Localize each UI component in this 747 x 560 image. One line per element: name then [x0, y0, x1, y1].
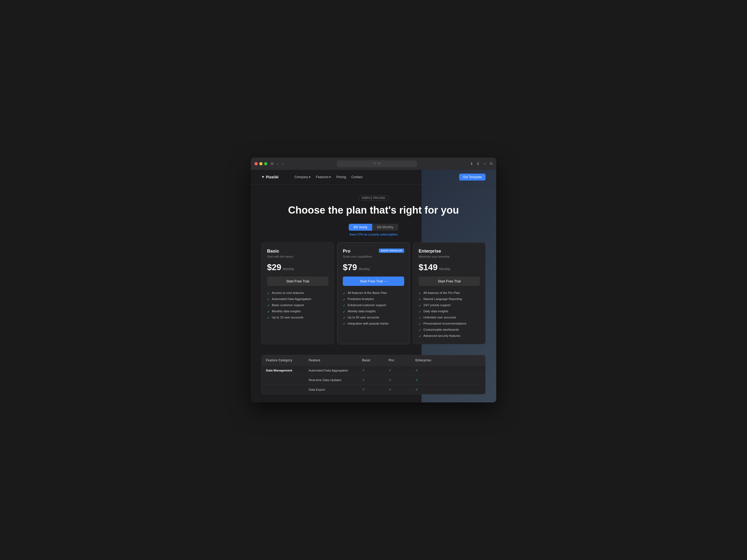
sidebar-toggle-button[interactable]: ⊞ — [270, 162, 274, 166]
section-badge: SIMPLE PRICING — [358, 195, 389, 201]
check-icon: ✓ — [415, 368, 418, 372]
row-enterprise: ✓ — [415, 368, 442, 372]
plan-description: Start with the basics — [267, 255, 328, 258]
check-icon: ✓ — [343, 310, 345, 314]
row-pro: ✓ — [389, 378, 415, 382]
check-icon: ✓ — [389, 388, 392, 392]
plan-description: Maximize your potential — [419, 255, 480, 258]
row-feature: Automated Data Aggregation — [309, 369, 362, 372]
row-basic: ✕ — [362, 368, 389, 372]
list-item: ✓ Up to 50 user accounts — [343, 316, 404, 320]
pro-trial-button[interactable]: Start Free Trial → — [343, 276, 404, 286]
browser-actions: ⬇ ⬆ ＋ ⧉ — [470, 161, 492, 166]
basic-trial-button[interactable]: Start Free Trial — [267, 276, 328, 286]
billing-note: Save 17% on a yearly subscription — [261, 233, 486, 236]
check-icon: ✓ — [267, 304, 270, 308]
check-icon: ✓ — [419, 310, 421, 314]
minimize-button[interactable] — [259, 162, 262, 165]
plan-header: Pro MOST POPULAR — [343, 248, 404, 254]
share-icon[interactable]: ⬆ — [476, 162, 480, 166]
traffic-lights — [255, 162, 267, 165]
plan-name: Basic — [267, 248, 279, 254]
pricing-cards: Basic Start with the basics $29 Monthly … — [261, 242, 486, 344]
forward-button[interactable]: › — [281, 162, 284, 166]
row-feature: Data Export — [309, 388, 362, 391]
check-icon: ✓ — [419, 335, 421, 338]
nav-links: Company ▾ Features ▾ Pricing Contact — [294, 175, 363, 179]
list-item: ✓ Enhanced customer support — [343, 303, 404, 308]
price-row: $79 Monthly — [343, 262, 404, 272]
check-icon: ✓ — [343, 322, 345, 326]
check-icon: ✓ — [389, 378, 392, 382]
list-item: ✓ Weekly data insights — [343, 310, 404, 314]
chevron-down-icon: ▾ — [329, 175, 331, 179]
list-item: ✓ Daily data insights — [419, 310, 480, 314]
check-icon: ✓ — [267, 310, 270, 314]
pro-feature-list: ✓ All features of the Basic Plan ✓ Predi… — [343, 291, 404, 326]
check-icon: ✓ — [419, 298, 421, 301]
price-row: $29 Monthly — [267, 262, 328, 272]
check-icon: ✓ — [343, 316, 345, 320]
row-enterprise: ✓ — [415, 388, 442, 392]
check-icon: ✓ — [419, 322, 421, 326]
enterprise-plan-card: Enterprise Maximize your potential $149 … — [413, 242, 486, 344]
browser-window: ⊞ ‹ › 🛡 ↻ ⬇ ⬆ ＋ ⧉ ✦ PixelAI Company ▾ — [251, 158, 496, 403]
navbar: ✦ PixelAI Company ▾ Features ▾ Pricing C… — [251, 170, 496, 185]
check-icon: ✓ — [267, 298, 270, 301]
browser-chrome: ⊞ ‹ › 🛡 ↻ ⬇ ⬆ ＋ ⧉ — [251, 158, 496, 170]
nav-features[interactable]: Features ▾ — [316, 175, 331, 179]
header-basic: Basic — [362, 358, 389, 362]
plan-name: Pro — [343, 248, 350, 254]
price-row: $149 Monthly — [419, 262, 480, 272]
back-button[interactable]: ‹ — [277, 162, 279, 166]
download-icon[interactable]: ⬇ — [470, 162, 473, 166]
check-icon: ✓ — [389, 368, 392, 372]
check-icon: ✓ — [419, 328, 421, 332]
address-bar[interactable]: 🛡 ↻ — [337, 160, 417, 167]
row-feature: Real-time Data Updates — [309, 378, 362, 381]
close-button[interactable] — [255, 162, 258, 165]
nav-pricing[interactable]: Pricing — [336, 175, 346, 179]
plan-name: Enterprise — [419, 248, 441, 254]
list-item: ✓ Customizable dashboards — [419, 328, 480, 332]
refresh-icon: ↻ — [378, 162, 381, 165]
new-tab-icon[interactable]: ＋ — [483, 161, 487, 166]
chevron-down-icon: ▾ — [309, 175, 311, 179]
enterprise-trial-button[interactable]: Start Free Trial — [419, 276, 480, 286]
logo: ✦ PixelAI — [261, 175, 279, 179]
bill-yearly-button[interactable]: Bill Yearly — [349, 224, 372, 231]
check-icon: ✓ — [343, 298, 345, 301]
list-item: ✓ All features of the Pro Plan — [419, 291, 480, 295]
nav-company[interactable]: Company ▾ — [294, 175, 311, 179]
price-amount: $29 — [267, 262, 281, 272]
plan-description: Scale your capabilities — [343, 255, 404, 258]
table-row: Data Management Automated Data Aggregati… — [262, 366, 485, 375]
maximize-button[interactable] — [264, 162, 267, 165]
list-item: ✓ Predictive Analytics — [343, 297, 404, 301]
price-period: Monthly — [359, 267, 370, 271]
logo-icon: ✦ — [261, 175, 264, 179]
cross-icon: ✕ — [362, 378, 365, 382]
popular-badge: MOST POPULAR — [379, 248, 404, 253]
row-category: Data Management — [266, 369, 309, 372]
list-item: ✓ Up to 10 user accounts — [267, 316, 328, 320]
list-item: ✓ Unlimited user accounts — [419, 316, 480, 320]
list-item: ✓ Integration with popular banks — [343, 322, 404, 326]
section-label: SIMPLE PRICING — [261, 195, 486, 201]
bill-monthly-button[interactable]: Bill Monthly — [372, 224, 398, 231]
price-period: Monthly — [283, 267, 294, 271]
price-amount: $149 — [419, 262, 438, 272]
enterprise-feature-list: ✓ All features of the Pro Plan ✓ Natural… — [419, 291, 480, 338]
plan-header: Enterprise — [419, 248, 480, 254]
page-content: ✦ PixelAI Company ▾ Features ▾ Pricing C… — [251, 170, 496, 403]
table-header: Feature Category Feature Basic Pro Enter… — [262, 355, 485, 366]
tabs-icon[interactable]: ⧉ — [490, 161, 492, 166]
get-template-button[interactable]: Get Template — [459, 174, 486, 181]
shield-icon: 🛡 — [374, 162, 377, 165]
check-icon: ✓ — [267, 316, 270, 320]
list-item: ✓ 24/7 priority support — [419, 303, 480, 308]
nav-contact[interactable]: Contact — [351, 175, 362, 179]
header-feature: Feature — [309, 358, 362, 362]
page-title: Choose the plan that's right for you — [261, 204, 486, 216]
logo-text: PixelAI — [266, 175, 279, 179]
